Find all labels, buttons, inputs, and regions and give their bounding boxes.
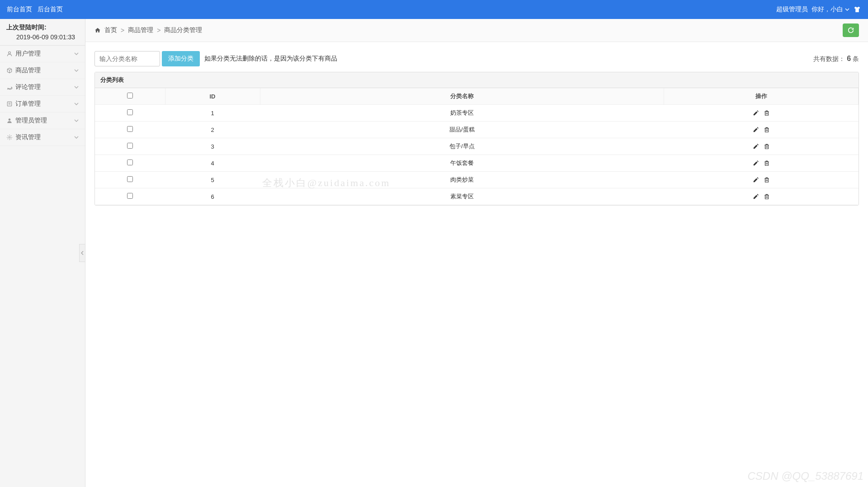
content-area: 首页 > 商品管理 > 商品分类管理 添加分类 如果分类无法删除的话，是因为该分…	[85, 19, 868, 487]
th-name: 分类名称	[260, 88, 664, 105]
chevron-down-icon	[74, 52, 79, 56]
breadcrumb-sep: >	[157, 27, 160, 34]
cell-name: 包子/早点	[260, 138, 664, 155]
breadcrumb-level2: 商品分类管理	[164, 26, 202, 34]
th-id: ID	[165, 88, 260, 105]
row-checkbox[interactable]	[127, 159, 133, 165]
chevron-down-icon	[74, 102, 79, 106]
top-nav-left: 前台首页 后台首页	[7, 5, 63, 14]
cell-id: 4	[165, 155, 260, 172]
edit-icon[interactable]	[753, 110, 759, 116]
sidebar-item-5[interactable]: 资讯管理	[0, 129, 85, 146]
last-login-label: 上次登陆时间:	[6, 23, 79, 32]
order-icon	[6, 101, 13, 107]
delete-icon[interactable]	[764, 143, 770, 150]
svg-point-0	[9, 52, 11, 54]
category-name-input[interactable]	[94, 51, 160, 66]
table-row: 2甜品/蛋糕	[95, 122, 859, 138]
user-dropdown[interactable]: 你好，小白	[811, 5, 849, 14]
admin-icon	[6, 117, 13, 124]
user-role: 超级管理员	[776, 5, 808, 14]
top-nav-right: 超级管理员 你好，小白	[776, 5, 861, 14]
sidebar-item-3[interactable]: 订单管理	[0, 96, 85, 112]
table-row: 4午饭套餐	[95, 155, 859, 172]
chevron-down-icon	[74, 85, 79, 89]
sidebar-item-2[interactable]: 评论管理	[0, 79, 85, 96]
table-row: 5肉类炒菜	[95, 172, 859, 188]
th-checkbox	[95, 88, 165, 105]
cell-name: 奶茶专区	[260, 105, 664, 122]
breadcrumb-home[interactable]: 首页	[104, 26, 117, 34]
user-greeting: 你好，小白	[811, 5, 843, 14]
sidebar-item-4[interactable]: 管理员管理	[0, 112, 85, 129]
tshirt-icon[interactable]	[853, 5, 861, 14]
th-action: 操作	[664, 88, 859, 105]
cell-id: 2	[165, 122, 260, 138]
sidebar-item-label: 用户管理	[15, 50, 41, 58]
cell-id: 1	[165, 105, 260, 122]
front-home-link[interactable]: 前台首页	[7, 5, 32, 14]
comment-icon	[6, 84, 13, 90]
table-row: 6素菜专区	[95, 188, 859, 205]
svg-point-5	[9, 136, 10, 138]
cell-name: 肉类炒菜	[260, 172, 664, 188]
add-category-button[interactable]: 添加分类	[162, 51, 200, 66]
cell-name: 午饭套餐	[260, 155, 664, 172]
breadcrumb-sep: >	[121, 27, 124, 34]
edit-icon[interactable]	[753, 177, 759, 183]
sidebar-item-label: 资讯管理	[15, 133, 41, 141]
breadcrumb-level1[interactable]: 商品管理	[128, 26, 153, 34]
cell-name: 素菜专区	[260, 188, 664, 205]
news-icon	[6, 134, 13, 140]
refresh-icon	[847, 27, 854, 34]
home-icon	[94, 27, 101, 33]
row-checkbox[interactable]	[127, 193, 133, 199]
row-checkbox[interactable]	[127, 109, 133, 115]
delete-icon[interactable]	[764, 160, 770, 166]
edit-icon[interactable]	[753, 126, 759, 133]
table-row: 3包子/早点	[95, 138, 859, 155]
cell-id: 6	[165, 188, 260, 205]
breadcrumb: 首页 > 商品管理 > 商品分类管理	[94, 26, 202, 34]
delete-icon[interactable]	[764, 177, 770, 183]
sidebar-item-label: 订单管理	[15, 100, 41, 108]
row-checkbox[interactable]	[127, 143, 133, 149]
user-icon	[6, 51, 13, 57]
table-row: 1奶茶专区	[95, 105, 859, 122]
sidebar: 上次登陆时间: 2019-06-09 09:01:33 用户管理商品管理评论管理…	[0, 19, 85, 487]
delete-icon[interactable]	[764, 193, 770, 200]
delete-hint-text: 如果分类无法删除的话，是因为该分类下有商品	[204, 55, 337, 63]
edit-icon[interactable]	[753, 160, 759, 166]
chevron-down-icon	[74, 135, 79, 140]
select-all-checkbox[interactable]	[127, 93, 133, 98]
edit-icon[interactable]	[753, 193, 759, 200]
breadcrumb-bar: 首页 > 商品管理 > 商品分类管理	[85, 19, 868, 42]
sidebar-item-0[interactable]: 用户管理	[0, 46, 85, 62]
chevron-down-icon	[74, 118, 79, 123]
last-login-value: 2019-06-09 09:01:33	[6, 33, 79, 41]
delete-icon[interactable]	[764, 126, 770, 133]
toolbar: 添加分类 如果分类无法删除的话，是因为该分类下有商品 共有数据： 6 条	[94, 51, 859, 66]
delete-icon[interactable]	[764, 110, 770, 116]
category-panel: 分类列表 ID 分类名称 操作 1奶茶专区2甜品/蛋糕3包子/早点4午饭套餐5肉…	[94, 72, 859, 206]
sidebar-item-1[interactable]: 商品管理	[0, 62, 85, 79]
row-checkbox[interactable]	[127, 176, 133, 182]
cell-id: 5	[165, 172, 260, 188]
row-checkbox[interactable]	[127, 126, 133, 132]
chevron-down-icon	[74, 68, 79, 73]
last-login-block: 上次登陆时间: 2019-06-09 09:01:33	[0, 19, 85, 46]
edit-icon[interactable]	[753, 143, 759, 150]
sidebar-item-label: 管理员管理	[15, 117, 47, 125]
refresh-button[interactable]	[843, 23, 859, 37]
category-table: ID 分类名称 操作 1奶茶专区2甜品/蛋糕3包子/早点4午饭套餐5肉类炒菜6素…	[95, 88, 859, 205]
svg-point-4	[9, 118, 11, 121]
package-icon	[6, 67, 13, 74]
sidebar-item-label: 商品管理	[15, 66, 41, 75]
cell-name: 甜品/蛋糕	[260, 122, 664, 138]
sidebar-collapse-handle[interactable]	[79, 244, 85, 262]
top-bar: 前台首页 后台首页 超级管理员 你好，小白	[0, 0, 868, 19]
panel-title: 分类列表	[95, 72, 859, 88]
data-count: 共有数据： 6 条	[813, 55, 859, 63]
cell-id: 3	[165, 138, 260, 155]
back-home-link[interactable]: 后台首页	[38, 5, 63, 14]
